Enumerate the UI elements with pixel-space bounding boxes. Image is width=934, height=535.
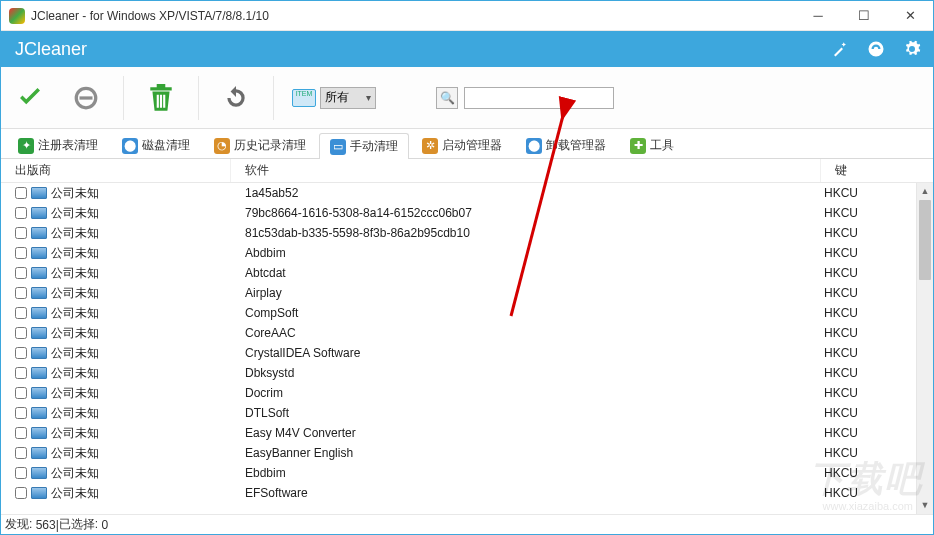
table-row[interactable]: 公司未知DTLSoftHKCU (1, 403, 916, 423)
window-icon (31, 367, 47, 379)
cell-key: HKCU (820, 486, 916, 500)
table-row[interactable]: 公司未知1a45ab52HKCU (1, 183, 916, 203)
block-button[interactable] (67, 79, 105, 117)
help-icon[interactable] (861, 34, 891, 64)
row-checkbox[interactable] (15, 307, 27, 319)
row-checkbox[interactable] (15, 347, 27, 359)
row-checkbox[interactable] (15, 267, 27, 279)
minimize-button[interactable]: ─ (795, 1, 841, 31)
cell-software: EasyBanner English (231, 446, 820, 460)
table-row[interactable]: 公司未知EFSoftwareHKCU (1, 483, 916, 503)
wand-icon[interactable] (825, 34, 855, 64)
maximize-button[interactable]: ☐ (841, 1, 887, 31)
tab-3[interactable]: ▭手动清理 (319, 133, 409, 159)
settings-icon[interactable] (897, 34, 927, 64)
window-icon (31, 347, 47, 359)
refresh-button[interactable] (217, 79, 255, 117)
cell-vendor: 公司未知 (51, 365, 99, 382)
table-row[interactable]: 公司未知DbksystdHKCU (1, 363, 916, 383)
col-key[interactable]: 键 (821, 159, 933, 182)
tab-icon: ◔ (214, 138, 230, 154)
table-row[interactable]: 公司未知Easy M4V ConverterHKCU (1, 423, 916, 443)
delete-button[interactable] (142, 79, 180, 117)
tab-icon: ✚ (630, 138, 646, 154)
table-body: 公司未知1a45ab52HKCU公司未知79bc8664-1616-5308-8… (1, 183, 916, 514)
row-checkbox[interactable] (15, 207, 27, 219)
cell-vendor: 公司未知 (51, 405, 99, 422)
search-input[interactable] (464, 87, 614, 109)
cell-software: 1a45ab52 (231, 186, 820, 200)
table-row[interactable]: 公司未知CoreAACHKCU (1, 323, 916, 343)
scroll-up-icon[interactable]: ▲ (917, 183, 933, 200)
tab-5[interactable]: ⬤卸载管理器 (515, 132, 617, 158)
tab-1[interactable]: ⬤磁盘清理 (111, 132, 201, 158)
cell-vendor: 公司未知 (51, 305, 99, 322)
row-checkbox[interactable] (15, 387, 27, 399)
window-icon (31, 227, 47, 239)
search-button[interactable]: 🔍 (436, 87, 458, 109)
col-vendor[interactable]: 出版商 (1, 159, 231, 182)
cell-key: HKCU (820, 306, 916, 320)
scroll-thumb[interactable] (919, 200, 931, 280)
cell-software: 79bc8664-1616-5308-8a14-6152ccc06b07 (231, 206, 820, 220)
tab-label: 历史记录清理 (234, 137, 306, 154)
scroll-track[interactable] (917, 200, 933, 497)
window-icon (31, 267, 47, 279)
tab-label: 磁盘清理 (142, 137, 190, 154)
table-row[interactable]: 公司未知CompSoftHKCU (1, 303, 916, 323)
col-software[interactable]: 软件 (231, 159, 821, 182)
tab-label: 启动管理器 (442, 137, 502, 154)
cell-key: HKCU (820, 226, 916, 240)
cell-vendor: 公司未知 (51, 285, 99, 302)
tab-0[interactable]: ✦注册表清理 (7, 132, 109, 158)
cell-software: EFSoftware (231, 486, 820, 500)
confirm-button[interactable] (11, 79, 49, 117)
titlebar: JCleaner - for Windows XP/VISTA/7/8/8.1/… (1, 1, 933, 31)
cell-vendor: 公司未知 (51, 225, 99, 242)
tab-bar: ✦注册表清理⬤磁盘清理◔历史记录清理▭手动清理✲启动管理器⬤卸载管理器✚工具 (1, 129, 933, 159)
table-row[interactable]: 公司未知EasyBanner EnglishHKCU (1, 443, 916, 463)
cell-vendor: 公司未知 (51, 205, 99, 222)
table-row[interactable]: 公司未知EbdbimHKCU (1, 463, 916, 483)
window-icon (31, 427, 47, 439)
status-found-label: 发现: (5, 516, 32, 533)
scroll-down-icon[interactable]: ▼ (917, 497, 933, 514)
table-row[interactable]: 公司未知81c53dab-b335-5598-8f3b-86a2b95cdb10… (1, 223, 916, 243)
window-icon (31, 247, 47, 259)
row-checkbox[interactable] (15, 407, 27, 419)
cell-vendor: 公司未知 (51, 425, 99, 442)
table-row[interactable]: 公司未知AirplayHKCU (1, 283, 916, 303)
row-checkbox[interactable] (15, 187, 27, 199)
tab-2[interactable]: ◔历史记录清理 (203, 132, 317, 158)
row-checkbox[interactable] (15, 447, 27, 459)
cell-key: HKCU (820, 426, 916, 440)
row-checkbox[interactable] (15, 287, 27, 299)
row-checkbox[interactable] (15, 427, 27, 439)
table-row[interactable]: 公司未知CrystalIDEA SoftwareHKCU (1, 343, 916, 363)
cell-key: HKCU (820, 366, 916, 380)
row-checkbox[interactable] (15, 247, 27, 259)
table-row[interactable]: 公司未知AbdbimHKCU (1, 243, 916, 263)
cell-software: Easy M4V Converter (231, 426, 820, 440)
tab-4[interactable]: ✲启动管理器 (411, 132, 513, 158)
row-checkbox[interactable] (15, 467, 27, 479)
row-checkbox[interactable] (15, 227, 27, 239)
filter-icon: ITEM (292, 89, 316, 107)
close-button[interactable]: ✕ (887, 1, 933, 31)
row-checkbox[interactable] (15, 367, 27, 379)
table-row[interactable]: 公司未知AbtcdatHKCU (1, 263, 916, 283)
table-row[interactable]: 公司未知79bc8664-1616-5308-8a14-6152ccc06b07… (1, 203, 916, 223)
window-icon (31, 327, 47, 339)
table-row[interactable]: 公司未知DocrimHKCU (1, 383, 916, 403)
tab-6[interactable]: ✚工具 (619, 132, 685, 158)
tab-icon: ⬤ (526, 138, 542, 154)
tab-label: 卸载管理器 (546, 137, 606, 154)
row-checkbox[interactable] (15, 487, 27, 499)
vertical-scrollbar[interactable]: ▲ ▼ (916, 183, 933, 514)
window-icon (31, 287, 47, 299)
row-checkbox[interactable] (15, 327, 27, 339)
status-selected-count: 0 (102, 518, 109, 532)
tab-label: 注册表清理 (38, 137, 98, 154)
window-title: JCleaner - for Windows XP/VISTA/7/8/8.1/… (31, 9, 795, 23)
filter-combo[interactable]: 所有 (320, 87, 376, 109)
